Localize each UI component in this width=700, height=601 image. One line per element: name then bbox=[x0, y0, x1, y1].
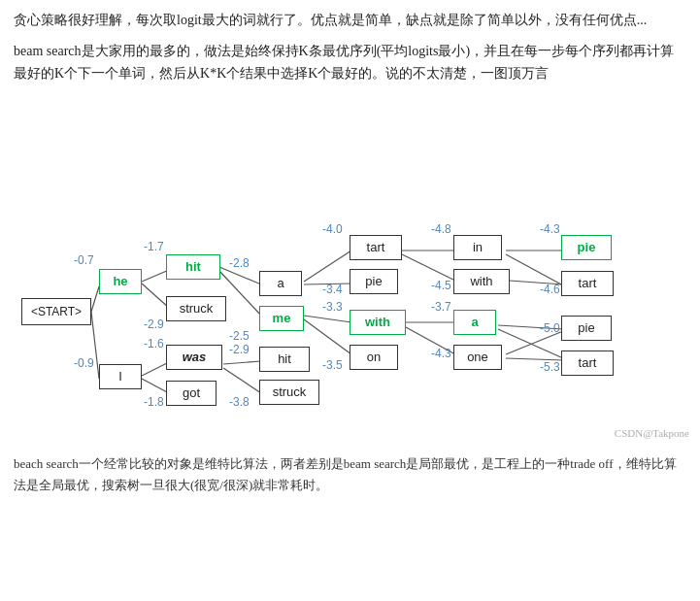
score-53: -5.3 bbox=[540, 358, 560, 377]
node-pie1: pie bbox=[350, 269, 398, 294]
score-28: -2.8 bbox=[229, 254, 250, 273]
score-37: -3.7 bbox=[431, 298, 451, 317]
svg-line-3 bbox=[142, 284, 169, 308]
score-17: -1.7 bbox=[144, 238, 164, 256]
node-me: me bbox=[259, 306, 304, 331]
watermark: CSDN@Takpone bbox=[615, 425, 689, 443]
beam-paragraph: beam search是大家用的最多的，做法是始终保持K条最优序列(平均logi… bbox=[14, 41, 686, 84]
node-struck1: struck bbox=[166, 296, 226, 321]
svg-line-9 bbox=[223, 368, 261, 393]
svg-line-8 bbox=[223, 361, 261, 364]
node-got: got bbox=[166, 381, 217, 406]
svg-line-10 bbox=[304, 250, 351, 282]
node-one: one bbox=[453, 345, 502, 370]
score-50: -5.0 bbox=[540, 319, 560, 338]
svg-line-13 bbox=[304, 319, 351, 354]
svg-line-5 bbox=[142, 379, 169, 393]
intro-paragraph: 贪心策略很好理解，每次取logit最大的词就行了。优点就是简单，缺点就是除了简单… bbox=[14, 10, 686, 31]
node-pie-final: pie bbox=[561, 235, 612, 260]
score-43a: -4.3 bbox=[431, 345, 451, 363]
score-48: -4.8 bbox=[431, 220, 451, 239]
footer-paragraph: beach search一个经常比较的对象是维特比算法，两者差别是beam se… bbox=[14, 453, 686, 496]
score-16: -1.6 bbox=[144, 335, 164, 353]
score-09: -0.9 bbox=[74, 354, 94, 373]
score-38: -3.8 bbox=[229, 393, 250, 412]
score-07: -0.7 bbox=[74, 251, 94, 270]
node-tart2: tart bbox=[561, 351, 614, 376]
node-hit1: hit bbox=[166, 254, 220, 280]
node-with2: with bbox=[453, 269, 510, 294]
beam-search-diagram: <START> he I hit struck was got a me hit… bbox=[14, 94, 693, 444]
node-with1: with bbox=[350, 310, 406, 335]
node-hit2: hit bbox=[259, 347, 310, 372]
node-on: on bbox=[350, 345, 398, 370]
svg-line-0 bbox=[91, 286, 99, 312]
node-I: I bbox=[99, 364, 142, 389]
node-was: was bbox=[166, 345, 222, 370]
node-pie2: pie bbox=[561, 316, 612, 341]
node-tart-final: tart bbox=[561, 271, 614, 296]
score-40: -4.0 bbox=[322, 220, 343, 239]
score-33: -3.3 bbox=[322, 298, 343, 317]
score-45: -4.5 bbox=[431, 277, 451, 295]
score-29b: -2.9 bbox=[229, 341, 250, 359]
score-43b: -4.3 bbox=[540, 220, 560, 239]
node-start: <START> bbox=[21, 298, 91, 325]
score-46: -4.6 bbox=[540, 281, 560, 299]
node-he: he bbox=[99, 269, 142, 294]
score-29a: -2.9 bbox=[144, 316, 164, 334]
svg-line-4 bbox=[142, 362, 169, 376]
node-tart1: tart bbox=[350, 235, 402, 260]
node-a: a bbox=[259, 271, 302, 296]
score-34: -3.4 bbox=[322, 281, 343, 299]
score-35: -3.5 bbox=[322, 356, 343, 375]
node-struck2: struck bbox=[259, 380, 319, 405]
score-18: -1.8 bbox=[144, 393, 164, 412]
node-a2: a bbox=[453, 310, 496, 335]
svg-line-2 bbox=[142, 270, 169, 282]
node-in: in bbox=[453, 235, 502, 260]
